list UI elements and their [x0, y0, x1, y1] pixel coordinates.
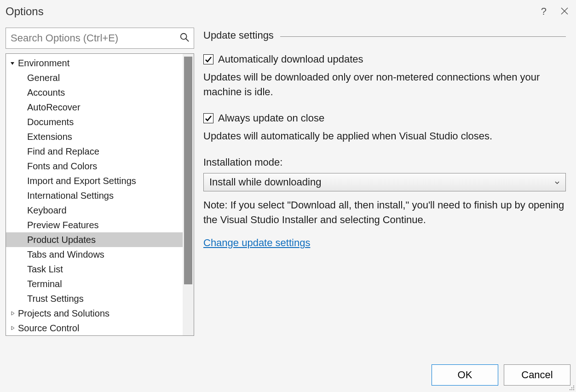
tree-item-label: Documents: [27, 115, 74, 129]
tree-item-import-and-export-settings[interactable]: Import and Export Settings: [6, 173, 194, 188]
tree-item-label: Accounts: [27, 85, 65, 100]
tree-item-label: Import and Export Settings: [27, 173, 136, 188]
ok-button[interactable]: OK: [432, 364, 498, 386]
tree-item-find-and-replace[interactable]: Find and Replace: [6, 144, 194, 159]
tree-item-accounts[interactable]: Accounts: [6, 85, 194, 100]
tree-item-international-settings[interactable]: International Settings: [6, 188, 194, 203]
tree-item-task-list[interactable]: Task List: [6, 262, 194, 277]
tree-item-fonts-and-colors[interactable]: Fonts and Colors: [6, 159, 194, 173]
update-on-close-checkbox[interactable]: [203, 113, 213, 123]
update-on-close-desc: Updates will automatically be applied wh…: [203, 129, 566, 144]
tree-item-preview-features[interactable]: Preview Features: [6, 218, 194, 232]
tree-item-label: Fonts and Colors: [27, 159, 97, 173]
tree-item-tabs-and-windows[interactable]: Tabs and Windows: [6, 247, 194, 262]
tree-item-extensions[interactable]: Extensions: [6, 129, 194, 144]
tree-item-product-updates[interactable]: Product Updates: [6, 232, 194, 247]
install-mode-note: Note: If you select "Download all, then …: [203, 198, 566, 227]
tree-scroll-thumb[interactable]: [184, 57, 192, 284]
window-title: Options: [6, 5, 44, 18]
arrow-collapsed-icon[interactable]: [9, 311, 16, 316]
tree-node-label: Environment: [18, 56, 69, 70]
tree-item-label: International Settings: [27, 188, 114, 203]
tree-item-label: Keyboard: [27, 203, 67, 218]
update-on-close-label: Always update on close: [218, 112, 324, 124]
tree-item-label: Task List: [27, 262, 63, 277]
tree-item-label: AutoRecover: [27, 100, 81, 115]
svg-rect-7: [570, 389, 570, 390]
tree-item-label: Terminal: [27, 277, 62, 291]
titlebar: Options ?: [0, 0, 576, 23]
svg-rect-5: [571, 387, 572, 388]
tree-node-projects-and-solutions[interactable]: Projects and Solutions: [6, 306, 194, 321]
chevron-down-icon: [554, 176, 560, 188]
tree-node-label: Source Control: [18, 321, 79, 335]
cancel-button[interactable]: Cancel: [504, 364, 570, 386]
tree-item-general[interactable]: General: [6, 70, 194, 85]
arrow-expanded-icon[interactable]: [9, 61, 16, 65]
svg-rect-4: [573, 386, 574, 386]
change-update-settings-link[interactable]: Change update settings: [203, 237, 310, 249]
install-mode-label: Installation mode:: [203, 156, 566, 168]
section-divider: [280, 36, 566, 37]
install-mode-select[interactable]: Install while downloading: [203, 173, 566, 191]
tree-item-label: Tabs and Windows: [27, 247, 104, 262]
tree-item-keyboard[interactable]: Keyboard: [6, 203, 194, 218]
tree-item-terminal[interactable]: Terminal: [6, 277, 194, 291]
tree-node-source-control[interactable]: Source Control: [6, 321, 194, 335]
tree-item-label: Find and Replace: [27, 144, 99, 159]
arrow-collapsed-icon[interactable]: [9, 326, 16, 330]
settings-panel: Update settings Automatically download u…: [203, 28, 570, 336]
svg-rect-6: [573, 387, 574, 388]
tree-node-environment[interactable]: Environment: [6, 56, 194, 70]
tree-scrollbar[interactable]: [183, 54, 194, 335]
auto-download-checkbox[interactable]: [203, 54, 213, 64]
tree-item-label: Preview Features: [27, 218, 99, 232]
tree-item-label: General: [27, 70, 60, 85]
auto-download-desc: Updates will be downloaded only over non…: [203, 70, 566, 99]
tree-item-label: Extensions: [27, 129, 72, 144]
search-input[interactable]: [6, 28, 194, 49]
help-icon[interactable]: ?: [541, 6, 547, 17]
options-tree: EnvironmentGeneralAccountsAutoRecoverDoc…: [6, 53, 194, 336]
search-field-wrap: [6, 28, 194, 49]
svg-rect-9: [573, 389, 574, 390]
close-icon[interactable]: [560, 5, 569, 18]
tree-node-label: Projects and Solutions: [18, 306, 109, 321]
tree-item-trust-settings[interactable]: Trust Settings: [6, 291, 194, 306]
install-mode-value: Install while downloading: [209, 176, 321, 188]
resize-grip-icon[interactable]: [568, 384, 575, 391]
tree-item-documents[interactable]: Documents: [6, 115, 194, 129]
section-title: Update settings: [203, 29, 274, 41]
tree-item-label: Product Updates: [27, 232, 96, 247]
tree-item-label: Trust Settings: [27, 291, 84, 306]
auto-download-label: Automatically download updates: [218, 53, 363, 65]
tree-item-autorecover[interactable]: AutoRecover: [6, 100, 194, 115]
svg-rect-8: [571, 389, 572, 390]
